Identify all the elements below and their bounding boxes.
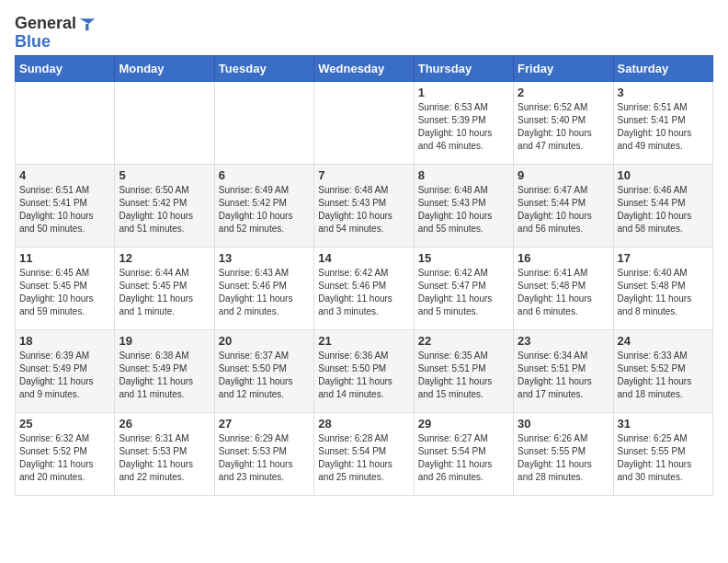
header-monday: Monday bbox=[115, 55, 214, 81]
table-cell: 9Sunrise: 6:47 AM Sunset: 5:44 PM Daylig… bbox=[514, 164, 613, 247]
calendar-body: 1Sunrise: 6:53 AM Sunset: 5:39 PM Daylig… bbox=[16, 81, 713, 495]
day-number: 7 bbox=[318, 168, 409, 182]
week-row-4: 18Sunrise: 6:39 AM Sunset: 5:49 PM Dayli… bbox=[16, 329, 713, 412]
day-number: 1 bbox=[418, 86, 509, 99]
cell-info: Sunrise: 6:25 AM Sunset: 5:55 PM Dayligh… bbox=[618, 432, 709, 484]
cell-info: Sunrise: 6:51 AM Sunset: 5:41 PM Dayligh… bbox=[618, 101, 709, 153]
cell-info: Sunrise: 6:42 AM Sunset: 5:46 PM Dayligh… bbox=[318, 267, 409, 318]
cell-info: Sunrise: 6:26 AM Sunset: 5:55 PM Dayligh… bbox=[518, 432, 609, 484]
day-number: 6 bbox=[219, 168, 310, 182]
day-number: 3 bbox=[618, 86, 709, 99]
cell-info: Sunrise: 6:45 AM Sunset: 5:45 PM Dayligh… bbox=[19, 267, 110, 318]
calendar-table: SundayMondayTuesdayWednesdayThursdayFrid… bbox=[15, 55, 713, 496]
logo-general: General bbox=[15, 15, 76, 33]
day-number: 15 bbox=[418, 251, 509, 265]
cell-info: Sunrise: 6:50 AM Sunset: 5:42 PM Dayligh… bbox=[119, 184, 210, 236]
day-number: 27 bbox=[219, 417, 310, 431]
cell-info: Sunrise: 6:44 AM Sunset: 5:45 PM Dayligh… bbox=[119, 267, 210, 318]
day-number: 31 bbox=[618, 417, 709, 431]
cell-info: Sunrise: 6:29 AM Sunset: 5:53 PM Dayligh… bbox=[219, 432, 310, 484]
table-cell: 21Sunrise: 6:36 AM Sunset: 5:50 PM Dayli… bbox=[314, 329, 414, 412]
week-row-1: 1Sunrise: 6:53 AM Sunset: 5:39 PM Daylig… bbox=[16, 81, 713, 164]
cell-info: Sunrise: 6:53 AM Sunset: 5:39 PM Dayligh… bbox=[418, 101, 509, 153]
day-number: 21 bbox=[318, 334, 409, 348]
day-number: 11 bbox=[19, 251, 110, 265]
day-number: 23 bbox=[518, 334, 609, 348]
header-row: SundayMondayTuesdayWednesdayThursdayFrid… bbox=[16, 55, 713, 81]
cell-info: Sunrise: 6:51 AM Sunset: 5:41 PM Dayligh… bbox=[19, 184, 110, 236]
header-thursday: Thursday bbox=[414, 55, 513, 81]
day-number: 4 bbox=[19, 168, 110, 182]
day-number: 5 bbox=[119, 168, 210, 182]
table-cell: 14Sunrise: 6:42 AM Sunset: 5:46 PM Dayli… bbox=[314, 247, 414, 329]
day-number: 14 bbox=[318, 251, 409, 265]
calendar-header: SundayMondayTuesdayWednesdayThursdayFrid… bbox=[16, 55, 713, 81]
table-cell: 1Sunrise: 6:53 AM Sunset: 5:39 PM Daylig… bbox=[414, 81, 513, 164]
header-friday: Friday bbox=[514, 55, 613, 81]
table-cell: 22Sunrise: 6:35 AM Sunset: 5:51 PM Dayli… bbox=[414, 329, 513, 412]
header-tuesday: Tuesday bbox=[214, 55, 313, 81]
table-cell: 27Sunrise: 6:29 AM Sunset: 5:53 PM Dayli… bbox=[214, 412, 313, 495]
header-sunday: Sunday bbox=[16, 55, 115, 81]
table-cell: 28Sunrise: 6:28 AM Sunset: 5:54 PM Dayli… bbox=[314, 412, 414, 495]
table-cell: 16Sunrise: 6:41 AM Sunset: 5:48 PM Dayli… bbox=[514, 247, 613, 329]
table-cell bbox=[16, 81, 115, 164]
day-number: 26 bbox=[119, 417, 210, 431]
logo: GeneralBlue bbox=[15, 15, 95, 52]
table-cell: 18Sunrise: 6:39 AM Sunset: 5:49 PM Dayli… bbox=[16, 329, 115, 412]
day-number: 2 bbox=[518, 86, 609, 99]
cell-info: Sunrise: 6:35 AM Sunset: 5:51 PM Dayligh… bbox=[418, 350, 509, 401]
day-number: 9 bbox=[518, 168, 609, 182]
day-number: 24 bbox=[618, 334, 709, 348]
table-cell: 5Sunrise: 6:50 AM Sunset: 5:42 PM Daylig… bbox=[115, 164, 214, 247]
cell-info: Sunrise: 6:31 AM Sunset: 5:53 PM Dayligh… bbox=[119, 432, 210, 484]
table-cell: 2Sunrise: 6:52 AM Sunset: 5:40 PM Daylig… bbox=[514, 81, 613, 164]
cell-info: Sunrise: 6:40 AM Sunset: 5:48 PM Dayligh… bbox=[618, 267, 709, 318]
cell-info: Sunrise: 6:38 AM Sunset: 5:49 PM Dayligh… bbox=[119, 350, 210, 401]
table-cell: 30Sunrise: 6:26 AM Sunset: 5:55 PM Dayli… bbox=[514, 412, 613, 495]
cell-info: Sunrise: 6:37 AM Sunset: 5:50 PM Dayligh… bbox=[219, 350, 310, 401]
week-row-2: 4Sunrise: 6:51 AM Sunset: 5:41 PM Daylig… bbox=[16, 164, 713, 247]
table-cell: 8Sunrise: 6:48 AM Sunset: 5:43 PM Daylig… bbox=[414, 164, 513, 247]
day-number: 10 bbox=[618, 168, 709, 182]
day-number: 12 bbox=[119, 251, 210, 265]
week-row-5: 25Sunrise: 6:32 AM Sunset: 5:52 PM Dayli… bbox=[16, 412, 713, 495]
logo-blue: Blue bbox=[15, 33, 95, 52]
week-row-3: 11Sunrise: 6:45 AM Sunset: 5:45 PM Dayli… bbox=[16, 247, 713, 329]
table-cell: 25Sunrise: 6:32 AM Sunset: 5:52 PM Dayli… bbox=[16, 412, 115, 495]
day-number: 25 bbox=[19, 417, 110, 431]
cell-info: Sunrise: 6:47 AM Sunset: 5:44 PM Dayligh… bbox=[518, 184, 609, 236]
table-cell: 29Sunrise: 6:27 AM Sunset: 5:54 PM Dayli… bbox=[414, 412, 513, 495]
table-cell: 19Sunrise: 6:38 AM Sunset: 5:49 PM Dayli… bbox=[115, 329, 214, 412]
day-number: 17 bbox=[618, 251, 709, 265]
day-number: 16 bbox=[518, 251, 609, 265]
table-cell: 23Sunrise: 6:34 AM Sunset: 5:51 PM Dayli… bbox=[514, 329, 613, 412]
logo-icon bbox=[78, 16, 95, 32]
day-number: 30 bbox=[518, 417, 609, 431]
cell-info: Sunrise: 6:49 AM Sunset: 5:42 PM Dayligh… bbox=[219, 184, 310, 236]
cell-info: Sunrise: 6:42 AM Sunset: 5:47 PM Dayligh… bbox=[418, 267, 509, 318]
day-number: 19 bbox=[119, 334, 210, 348]
cell-info: Sunrise: 6:32 AM Sunset: 5:52 PM Dayligh… bbox=[19, 432, 110, 484]
day-number: 20 bbox=[219, 334, 310, 348]
cell-info: Sunrise: 6:46 AM Sunset: 5:44 PM Dayligh… bbox=[618, 184, 709, 236]
table-cell: 15Sunrise: 6:42 AM Sunset: 5:47 PM Dayli… bbox=[414, 247, 513, 329]
table-cell: 4Sunrise: 6:51 AM Sunset: 5:41 PM Daylig… bbox=[16, 164, 115, 247]
table-cell: 6Sunrise: 6:49 AM Sunset: 5:42 PM Daylig… bbox=[214, 164, 313, 247]
table-cell: 24Sunrise: 6:33 AM Sunset: 5:52 PM Dayli… bbox=[613, 329, 712, 412]
cell-info: Sunrise: 6:36 AM Sunset: 5:50 PM Dayligh… bbox=[318, 350, 409, 401]
cell-info: Sunrise: 6:52 AM Sunset: 5:40 PM Dayligh… bbox=[518, 101, 609, 153]
table-cell: 20Sunrise: 6:37 AM Sunset: 5:50 PM Dayli… bbox=[214, 329, 313, 412]
cell-info: Sunrise: 6:48 AM Sunset: 5:43 PM Dayligh… bbox=[318, 184, 409, 236]
table-cell: 13Sunrise: 6:43 AM Sunset: 5:46 PM Dayli… bbox=[214, 247, 313, 329]
table-cell: 3Sunrise: 6:51 AM Sunset: 5:41 PM Daylig… bbox=[613, 81, 712, 164]
cell-info: Sunrise: 6:48 AM Sunset: 5:43 PM Dayligh… bbox=[418, 184, 509, 236]
day-number: 18 bbox=[19, 334, 110, 348]
cell-info: Sunrise: 6:41 AM Sunset: 5:48 PM Dayligh… bbox=[518, 267, 609, 318]
table-cell: 17Sunrise: 6:40 AM Sunset: 5:48 PM Dayli… bbox=[613, 247, 712, 329]
day-number: 22 bbox=[418, 334, 509, 348]
table-cell bbox=[214, 81, 313, 164]
cell-info: Sunrise: 6:27 AM Sunset: 5:54 PM Dayligh… bbox=[418, 432, 509, 484]
day-number: 29 bbox=[418, 417, 509, 431]
table-cell: 11Sunrise: 6:45 AM Sunset: 5:45 PM Dayli… bbox=[16, 247, 115, 329]
